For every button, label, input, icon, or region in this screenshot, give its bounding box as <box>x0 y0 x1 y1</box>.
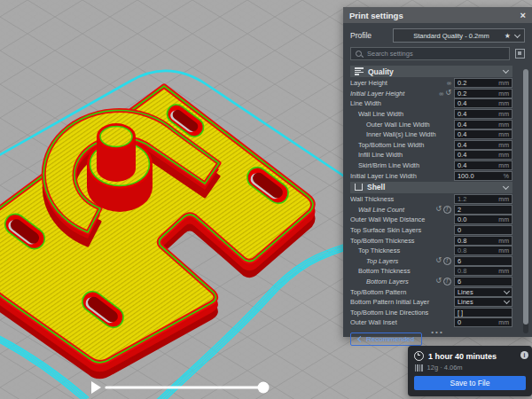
close-icon[interactable]: × <box>520 11 526 20</box>
revert-icon[interactable]: ↺ <box>435 278 442 285</box>
setting-label: Bottom Layers <box>350 278 435 286</box>
setting-row: Bottom Thickness0.8mm <box>350 266 512 277</box>
search-icon <box>356 51 362 57</box>
setting-label: Inner Wall(s) Line Width <box>350 130 451 138</box>
star-icon[interactable]: ★ <box>505 32 511 40</box>
setting-row: Line Width0.4mm <box>350 98 512 109</box>
setting-unit: mm <box>498 152 509 158</box>
setting-label: Wall Thickness <box>350 195 451 203</box>
section-header-shell[interactable]: Shell <box>350 182 512 193</box>
revert-icon[interactable]: ↺ <box>445 90 451 97</box>
setting-value: 0.4 <box>458 99 466 107</box>
setting-row: Wall Line Count↺ƒ2 <box>350 205 512 215</box>
setting-value-field[interactable]: 0.4mm <box>454 129 512 139</box>
setting-dropdown[interactable]: Lines <box>454 297 512 307</box>
setting-value: 0.0 <box>458 215 466 223</box>
setting-value-field[interactable]: 0.2mm <box>454 78 512 88</box>
fx-icon[interactable]: ƒ <box>443 278 451 286</box>
setting-row: Outer Wall Wipe Distance0.0mm <box>350 215 512 225</box>
setting-value-field[interactable]: 6 <box>454 277 512 286</box>
settings-list: QualityLayer Height∞0.2mmInitial Layer H… <box>350 66 512 328</box>
setting-value-field[interactable]: 0.4mm <box>454 109 512 119</box>
link-icon[interactable]: ∞ <box>439 90 443 97</box>
revert-icon[interactable]: ↺ <box>435 257 442 264</box>
setting-unit: mm <box>498 142 509 148</box>
setting-row: Top/Bottom Thickness0.8mm <box>350 235 512 246</box>
setting-value-field[interactable]: 0.8mm <box>454 246 512 255</box>
setting-label: Skirt/Brim Line Width <box>350 161 451 169</box>
setting-icons: ∞ <box>447 80 451 86</box>
setting-value-field[interactable]: 0.4mm <box>454 140 512 150</box>
setting-value-field[interactable]: 0.8mm <box>454 266 512 276</box>
setting-value-field[interactable]: 0.4mm <box>454 98 512 108</box>
setting-value: Lines <box>458 288 473 296</box>
resize-handle-icon[interactable]: ••• <box>431 328 443 336</box>
profile-dropdown[interactable]: Standard Quality - 0.2mm ★ <box>393 28 525 43</box>
search-box[interactable] <box>350 47 510 60</box>
custom-settings-icon[interactable] <box>515 49 525 59</box>
setting-row: Outer Wall Line Width0.4mm <box>350 119 512 129</box>
section-label: Quality <box>368 67 499 76</box>
link-icon[interactable]: ∞ <box>447 80 451 86</box>
setting-value-field[interactable]: 6 <box>454 256 512 266</box>
setting-row: Top/Bottom Line Directions[ ] <box>350 307 512 317</box>
setting-value-field[interactable]: 100.0% <box>454 171 512 181</box>
setting-unit: mm <box>498 247 509 254</box>
fx-icon[interactable]: ƒ <box>443 257 451 265</box>
setting-unit: mm <box>498 216 509 223</box>
setting-value-field[interactable]: 0mm <box>454 317 512 327</box>
setting-row: Skirt/Brim Line Width0.4mm <box>350 160 512 171</box>
setting-label: Initial Layer Height <box>350 90 439 98</box>
setting-label: Bottom Thickness <box>350 267 451 275</box>
setting-row: Wall Thickness1.2mm <box>350 194 512 205</box>
setting-label: Initial Layer Line Width <box>350 172 451 180</box>
setting-value-field[interactable]: 0.4mm <box>454 150 512 160</box>
setting-value-field[interactable]: 0.4mm <box>454 160 512 170</box>
print-settings-panel: Print settings × Profile Standard Qualit… <box>343 7 532 337</box>
setting-value: 100.0 <box>458 172 474 180</box>
slider-handle[interactable] <box>258 382 270 394</box>
setting-row: Wall Line Width0.4mm <box>350 109 512 120</box>
setting-value: 0.8 <box>458 267 466 275</box>
setting-dropdown[interactable]: Lines <box>454 287 512 297</box>
setting-value-field[interactable]: 0.2mm <box>454 89 512 98</box>
print-time: 1 hour 40 minutes <box>428 352 497 361</box>
clock-icon <box>414 351 424 361</box>
section-header-quality[interactable]: Quality <box>350 66 512 77</box>
recommended-button[interactable]: Recommended <box>350 332 422 346</box>
setting-label: Top/Bottom Thickness <box>350 237 451 245</box>
setting-label: Top Thickness <box>350 246 451 254</box>
panel-header: Print settings × <box>343 7 532 23</box>
setting-label: Outer Wall Line Width <box>350 121 451 129</box>
setting-value: 0.4 <box>458 151 466 159</box>
setting-row: Top Surface Skin Layers0 <box>350 225 512 236</box>
fx-icon[interactable]: ƒ <box>443 206 451 214</box>
setting-label: Line Width <box>350 99 451 107</box>
setting-icons: ↺ƒ <box>435 278 451 286</box>
setting-value-field[interactable]: 0.0mm <box>454 215 512 224</box>
scrollbar-thumb[interactable] <box>523 69 528 325</box>
setting-value-field[interactable]: 0.8mm <box>454 236 512 246</box>
scrollbar[interactable] <box>523 69 528 333</box>
revert-icon[interactable]: ↺ <box>435 206 442 213</box>
setting-value: 2 <box>458 206 461 214</box>
chevron-down-icon <box>514 31 520 37</box>
setting-value: Lines <box>458 298 473 306</box>
setting-value: 1.2 <box>458 195 466 203</box>
recommended-label: Recommended <box>366 335 414 343</box>
setting-row: Bottom Pattern Initial LayerLines <box>350 297 512 308</box>
setting-icons: ∞↺ <box>439 90 451 97</box>
setting-unit: mm <box>498 121 509 128</box>
setting-label: Top/Bottom Pattern <box>350 288 451 296</box>
setting-value-field[interactable]: 0 <box>454 225 512 235</box>
chevron-down-icon <box>503 67 509 74</box>
save-to-file-button[interactable]: Save to File <box>414 376 526 390</box>
info-icon[interactable]: i <box>520 351 528 359</box>
setting-value-field[interactable]: 2 <box>454 205 512 215</box>
setting-value-field[interactable]: 0.4mm <box>454 120 512 129</box>
setting-value-field[interactable]: [ ] <box>454 308 512 317</box>
search-input[interactable] <box>365 49 505 59</box>
quality-icon <box>355 67 364 75</box>
setting-row: Bottom Layers↺ƒ6 <box>350 277 512 287</box>
setting-value-field[interactable]: 1.2mm <box>454 194 512 204</box>
